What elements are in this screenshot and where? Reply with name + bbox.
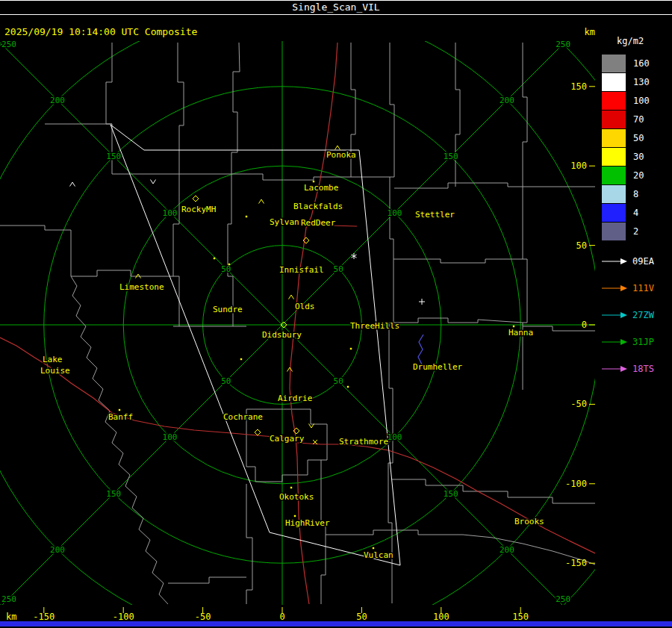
- vil-color-scale: 16013010070503020842: [597, 54, 672, 240]
- city-label-okotoks: Okotoks: [279, 492, 314, 502]
- highway-line: [0, 338, 296, 438]
- radar-arrow-icon: [601, 284, 628, 293]
- radar-id-label: 18TS: [632, 364, 654, 374]
- city-label-hanna: Hanna: [508, 328, 533, 338]
- vil-scale-row: 4: [597, 203, 672, 222]
- vil-scale-value: 20: [633, 170, 644, 181]
- vil-scale-swatch: [602, 148, 626, 166]
- range-ring-label: 50: [221, 264, 231, 274]
- radar-legend-row: 31JP: [597, 329, 672, 355]
- vil-scale-value: 50: [633, 133, 644, 143]
- map-marker-dot: [313, 181, 314, 182]
- county-boundary-line: [393, 259, 523, 263]
- range-ring-label: 200: [500, 96, 514, 105]
- bottom-axis-label: 50: [356, 612, 367, 622]
- map-marker-dot: [513, 326, 514, 327]
- county-boundary-line: [0, 226, 71, 276]
- vil-scale-swatch: [602, 204, 626, 222]
- bottom-axis-label: 150: [512, 612, 529, 622]
- bottom-axis-label: 100: [433, 612, 449, 622]
- county-boundary-line: [523, 187, 527, 390]
- vil-scale-row: 8: [597, 184, 672, 203]
- vil-scale-row: 50: [597, 128, 672, 147]
- title-bar: Single_Scan_VIL: [0, 0, 672, 15]
- range-ring-label: 250: [556, 40, 570, 49]
- range-ring-label: 150: [106, 489, 121, 499]
- county-boundary-line: [321, 460, 326, 604]
- vil-scale-row: 30: [597, 147, 672, 166]
- map-lines-layer: [0, 0, 672, 628]
- right-axis-label: 0: [582, 320, 587, 330]
- range-ring-label: 200: [50, 96, 65, 105]
- city-label-rockymh: RockyMH: [181, 205, 216, 214]
- county-boundary-line: [228, 174, 233, 326]
- county-boundary-line: [394, 183, 595, 188]
- map-marker-dot: [214, 258, 215, 259]
- right-axis-label: 50: [576, 240, 587, 251]
- city-label-strathmore: Strathmore: [339, 437, 388, 447]
- map-marker-dot: [228, 264, 230, 265]
- city-label-ponoka: Ponoka: [326, 150, 356, 160]
- top-km-unit-label: km: [585, 27, 595, 37]
- map-marker-diamond: [193, 196, 199, 202]
- city-label-olds: Olds: [295, 302, 315, 311]
- map-marker-dot: [290, 487, 292, 488]
- radar-arrow-icon: [601, 338, 628, 346]
- vil-scale-row: 130: [597, 72, 672, 91]
- radar-id-label: 27ZW: [632, 310, 654, 320]
- bottom-axis-label: -150: [33, 612, 55, 622]
- legend-unit-label: kg/m2: [617, 36, 672, 46]
- city-label-lacombe: Lacombe: [304, 183, 338, 193]
- range-ring-label: 100: [388, 208, 402, 218]
- city-label-limestone: Limestone: [119, 282, 164, 292]
- map-marker-dot: [240, 358, 242, 360]
- map-marker-caret: [259, 199, 264, 204]
- city-label-highriver: HighRiver: [285, 518, 330, 528]
- county-boundary-line: [523, 43, 527, 187]
- range-ring-label: 100: [163, 208, 178, 218]
- vil-scale-swatch: [602, 167, 626, 184]
- city-label-brooks: Brooks: [514, 517, 544, 526]
- radar-site-legend: 09EA111V27ZW31JP18TS: [597, 248, 672, 382]
- city-label-vulcan: Vulcan: [364, 550, 393, 560]
- scan-area-outline: [111, 125, 400, 565]
- vil-scale-row: 20: [597, 166, 672, 184]
- timestamp: 2025/09/19 10:14:00 UTC Composite: [4, 26, 197, 37]
- map-marker-caret: [287, 367, 293, 372]
- map-marker-dot: [246, 216, 247, 217]
- county-boundary-line: [246, 484, 252, 604]
- vil-scale-swatch: [602, 111, 626, 128]
- right-axis-label: 150: [570, 81, 587, 92]
- county-boundary-line: [71, 276, 168, 604]
- city-label-threehills: ThreeHills: [350, 321, 399, 331]
- radar-arrow-icon: [601, 364, 628, 373]
- radar-id-label: 09EA: [632, 256, 654, 267]
- vil-scale-value: 70: [633, 114, 644, 125]
- radar-legend-row: 09EA: [597, 248, 672, 275]
- bottom-km-unit-label: km: [6, 612, 16, 622]
- vil-scale-value: 4: [633, 208, 638, 218]
- radar-map-canvas[interactable]: 2025/09/19 10:14:00 UTC Composite km km …: [0, 0, 672, 628]
- right-axis-label: 100: [570, 161, 587, 171]
- map-marker-dot: [373, 547, 374, 549]
- city-label-airdrie: Airdrie: [278, 394, 312, 403]
- city-label-stettler: Stettler: [415, 210, 455, 220]
- window-title: Single_Scan_VIL: [292, 1, 379, 13]
- range-ring-label: 100: [388, 432, 402, 442]
- city-label-calgary: Calgary: [270, 434, 305, 444]
- city-label-drumheller: Drumheller: [413, 362, 463, 372]
- right-axis-label: -50: [570, 399, 587, 409]
- bottom-scrollbar[interactable]: [0, 621, 672, 627]
- range-ring-250: [0, 0, 672, 628]
- radar-arrow-icon: [601, 311, 628, 320]
- range-ring-label: 50: [334, 264, 343, 274]
- map-marker-caret: [70, 182, 75, 187]
- range-ring-label: 250: [556, 594, 570, 604]
- map-marker-caret: [335, 146, 340, 150]
- county-boundary-line: [393, 318, 523, 323]
- legend-panel: kg/m2 16013010070503020842 09EA111V27ZW3…: [597, 15, 672, 612]
- map-marker-cross: [419, 299, 425, 305]
- radar-legend-row: 27ZW: [597, 302, 672, 329]
- right-axis-label: -150: [565, 558, 587, 568]
- vil-scale-value: 100: [633, 96, 650, 106]
